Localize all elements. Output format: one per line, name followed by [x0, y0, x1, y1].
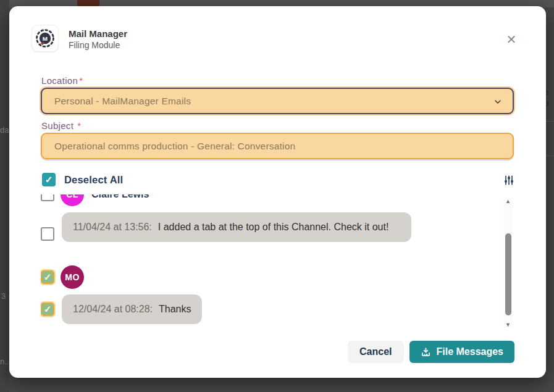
filter-icon[interactable]	[503, 174, 515, 189]
avatar: CL	[61, 194, 84, 206]
message-text: I added a tab at the top of this Channel…	[158, 222, 389, 232]
message-text: Thanks	[159, 304, 191, 314]
message-timestamp: 11/04/24 at 13:56:	[73, 222, 152, 232]
dialog-subtitle: Filing Module	[69, 40, 120, 50]
message-bubble: 11/04/24 at 13:56:I added a tab at the t…	[62, 212, 411, 242]
check-icon: ✓	[44, 304, 52, 315]
background-divider	[546, 121, 554, 122]
scroll-down-icon[interactable]: ▼	[503, 322, 513, 328]
sender-name: Claire Lewis	[91, 194, 149, 200]
check-icon: ✓	[44, 272, 52, 283]
location-label-text: Location	[41, 75, 78, 86]
message-checkbox[interactable]: ✓	[41, 302, 54, 316]
message-bubble: 12/04/24 at 08:28:Thanks	[62, 294, 202, 324]
file-messages-label: File Messages	[437, 346, 504, 357]
location-select[interactable]: Personal - MailManager Emails	[41, 88, 514, 114]
location-selected-value: Personal - MailManager Emails	[54, 96, 191, 107]
svg-text:M: M	[43, 35, 48, 42]
dialog-title: Mail Manager	[69, 28, 127, 39]
deselect-all-checkbox[interactable]: ✓	[42, 173, 56, 186]
scrollbar-thumb[interactable]	[505, 233, 511, 315]
deselect-all-label: Deselect All	[64, 174, 123, 186]
mail-manager-logo-icon: M	[35, 28, 56, 49]
list-item: ✓ 12/04/24 at 08:28:Thanks	[41, 294, 202, 324]
location-required-mark: *	[79, 75, 83, 86]
list-scrollbar[interactable]: ▲ ▼	[503, 198, 513, 328]
subject-label-text: Subject	[41, 120, 73, 131]
deselect-all-row: ✓ Deselect All	[42, 173, 123, 186]
download-icon	[421, 347, 431, 357]
subject-value: Operational comms production - General: …	[54, 141, 295, 152]
location-label: Location*	[41, 75, 83, 86]
message-timestamp: 12/04/24 at 08:28:	[73, 304, 153, 314]
list-item: ✓ MO	[41, 265, 84, 289]
subject-label: Subject*	[41, 120, 81, 131]
filing-module-dialog: M Mail Manager Filing Module ✕ Location*…	[9, 6, 546, 378]
background-divider	[546, 156, 554, 156]
mail-manager-logo: M	[31, 25, 59, 52]
cancel-button[interactable]: Cancel	[348, 341, 403, 363]
close-icon[interactable]: ✕	[503, 31, 520, 48]
avatar: MO	[61, 265, 84, 289]
check-icon: ✓	[45, 174, 53, 185]
background-text-fragment: 3	[1, 291, 6, 301]
message-checkbox[interactable]: ✓	[41, 270, 54, 284]
background-text-fragment: da	[0, 125, 9, 135]
scroll-up-icon[interactable]: ▲	[503, 198, 513, 204]
list-item: CL Claire Lewis	[41, 194, 149, 206]
background-left-column	[0, 0, 9, 392]
message-checkbox[interactable]	[41, 227, 54, 241]
list-item: 11/04/24 at 13:56:I added a tab at the t…	[41, 212, 411, 242]
subject-input[interactable]: Operational comms production - General: …	[41, 133, 514, 159]
dialog-footer: Cancel File Messages	[348, 341, 514, 363]
message-checkbox[interactable]	[41, 194, 54, 201]
file-messages-button[interactable]: File Messages	[409, 341, 515, 363]
subject-required-mark: *	[77, 120, 81, 131]
chevron-down-icon	[493, 97, 503, 109]
message-list: CL Claire Lewis 11/04/24 at 13:56:I adde…	[41, 194, 514, 330]
